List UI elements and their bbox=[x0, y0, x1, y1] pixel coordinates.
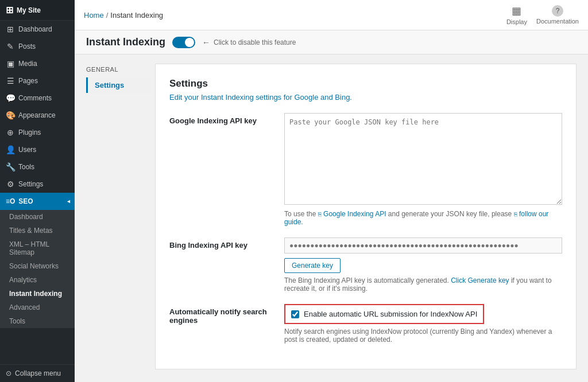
side-nav-settings-label: Settings bbox=[95, 81, 124, 89]
seo-menu-header[interactable]: ≡O SEO bbox=[0, 193, 75, 210]
auto-notify-field: Enable automatic URL submission for Inde… bbox=[284, 304, 562, 344]
seo-sub-analytics[interactable]: Analytics bbox=[0, 273, 75, 287]
documentation-button[interactable]: ? Documentation bbox=[536, 5, 579, 25]
tools-icon: 🔧 bbox=[6, 162, 15, 171]
ext-link-icon-2: ⎘ bbox=[514, 211, 517, 217]
sidebar-item-pages[interactable]: ☰ Pages bbox=[0, 72, 75, 89]
generate-key-button[interactable]: Generate key bbox=[284, 258, 341, 273]
collapse-icon: ⊙ bbox=[6, 369, 11, 377]
sidebar-item-label: Comments bbox=[18, 94, 52, 102]
seo-sub-advanced[interactable]: Advanced bbox=[0, 301, 75, 314]
sidebar-item-label: Tools bbox=[18, 163, 34, 171]
display-icon: ▦ bbox=[512, 5, 521, 17]
seo-sub-titles-metas[interactable]: Titles & Metas bbox=[0, 224, 75, 237]
sidebar-item-tools[interactable]: 🔧 Tools bbox=[0, 158, 75, 176]
arrow-left-icon: ← bbox=[202, 38, 210, 47]
sidebar-item-appearance[interactable]: 🎨 Appearance bbox=[0, 107, 75, 124]
breadcrumb: Home / Instant Indexing bbox=[84, 11, 163, 20]
indexnow-checkbox-container: Enable automatic URL submission for Inde… bbox=[284, 304, 484, 324]
generate-hint-link[interactable]: Click Generate key bbox=[451, 276, 509, 284]
settings-panel: Settings Edit your Instant Indexing sett… bbox=[155, 64, 577, 369]
sidebar-item-label: Media bbox=[18, 60, 37, 68]
disable-hint: ← Click to disable this feature bbox=[202, 38, 296, 47]
site-name: My Site bbox=[17, 6, 41, 14]
collapse-menu-button[interactable]: ⊙ Collapse menu bbox=[0, 364, 75, 382]
generate-hint: The Bing Indexing API key is automatical… bbox=[284, 276, 562, 293]
plugins-icon: ⊕ bbox=[6, 128, 15, 137]
google-api-hint: To use the ⎘ Google Indexing API and gen… bbox=[284, 210, 562, 226]
google-api-key-row: Google Indexing API key To use the ⎘ Goo… bbox=[169, 113, 562, 226]
page-header: Instant Indexing ← Click to disable this… bbox=[75, 30, 588, 54]
sidebar-item-posts[interactable]: ✎ Posts bbox=[0, 38, 75, 55]
sidebar-item-label: Appearance bbox=[18, 111, 56, 119]
seo-sub-xml-sitemap[interactable]: XML – HTML Sitemap bbox=[0, 237, 75, 259]
bing-api-key-input[interactable] bbox=[284, 237, 562, 254]
sidebar-item-label: Pages bbox=[18, 77, 38, 85]
settings-icon: ⚙ bbox=[6, 180, 15, 189]
toggle-slider bbox=[172, 37, 195, 48]
page-title: Instant Indexing bbox=[86, 36, 165, 48]
bing-api-key-row: Bing Indexing API key Generate key The B… bbox=[169, 237, 562, 293]
indexnow-hint: Notify search engines using IndexNow pro… bbox=[284, 328, 562, 344]
users-icon: 👤 bbox=[6, 145, 15, 154]
sidebar-item-media[interactable]: ▣ Media bbox=[0, 55, 75, 72]
bing-api-key-field: Generate key The Bing Indexing API key i… bbox=[284, 237, 562, 293]
seo-section: ≡O SEO Dashboard Titles & Metas XML – HT… bbox=[0, 193, 75, 328]
auto-notify-row: Automatically notify search engines Enab… bbox=[169, 304, 562, 344]
ext-link-icon-1: ⎘ bbox=[318, 211, 322, 217]
display-button[interactable]: ▦ Display bbox=[506, 5, 527, 25]
sidebar-item-users[interactable]: 👤 Users bbox=[0, 141, 75, 158]
indexnow-checkbox-label: Enable automatic URL submission for Inde… bbox=[304, 310, 477, 318]
display-label: Display bbox=[506, 18, 527, 25]
content-area: Instant Indexing ← Click to disable this… bbox=[75, 30, 588, 382]
media-icon: ▣ bbox=[6, 59, 15, 68]
main-content: Home / Instant Indexing ▦ Display ? Docu… bbox=[75, 0, 588, 382]
appearance-icon: 🎨 bbox=[6, 111, 15, 120]
seo-sub-instant-indexing[interactable]: Instant Indexing bbox=[0, 287, 75, 301]
seo-icon: ≡O bbox=[6, 197, 15, 205]
disable-hint-text: Click to disable this feature bbox=[214, 38, 296, 46]
side-nav: General Settings bbox=[86, 64, 155, 369]
google-api-link[interactable]: Google Indexing API bbox=[323, 210, 386, 218]
dashboard-icon: ⊞ bbox=[6, 25, 15, 34]
sidebar-logo: ⊞ My Site bbox=[0, 0, 75, 21]
side-nav-group-general: General bbox=[86, 64, 155, 75]
topbar: Home / Instant Indexing ▦ Display ? Docu… bbox=[75, 0, 588, 30]
pages-icon: ☰ bbox=[6, 76, 15, 85]
feature-toggle[interactable] bbox=[172, 37, 195, 48]
sidebar: ⊞ My Site ⊞ Dashboard ✎ Posts ▣ Media ☰ … bbox=[0, 0, 75, 382]
side-nav-settings[interactable]: Settings bbox=[86, 77, 155, 93]
auto-notify-label: Automatically notify search engines bbox=[169, 304, 273, 325]
google-api-key-field: To use the ⎘ Google Indexing API and gen… bbox=[284, 113, 562, 226]
seo-sub-tools[interactable]: Tools bbox=[0, 314, 75, 328]
sidebar-item-settings[interactable]: ⚙ Settings bbox=[0, 176, 75, 193]
sidebar-item-dashboard[interactable]: ⊞ Dashboard bbox=[0, 21, 75, 38]
sidebar-item-label: Settings bbox=[18, 180, 43, 188]
topbar-actions: ▦ Display ? Documentation bbox=[506, 5, 579, 25]
breadcrumb-separator: / bbox=[106, 11, 109, 20]
breadcrumb-home[interactable]: Home bbox=[84, 11, 104, 20]
bing-api-key-label: Bing Indexing API key bbox=[169, 237, 273, 250]
google-hint-before: To use the bbox=[284, 210, 316, 218]
google-api-key-input[interactable] bbox=[284, 113, 562, 205]
sidebar-item-comments[interactable]: 💬 Comments bbox=[0, 89, 75, 107]
settings-title: Settings bbox=[169, 78, 562, 89]
sidebar-item-label: Posts bbox=[18, 42, 36, 50]
documentation-label: Documentation bbox=[536, 18, 579, 25]
google-api-key-label: Google Indexing API key bbox=[169, 113, 273, 125]
comments-icon: 💬 bbox=[6, 93, 15, 103]
settings-subtitle-text: Edit your Instant Indexing settings for … bbox=[169, 93, 352, 102]
seo-label: SEO bbox=[18, 197, 33, 205]
site-logo-icon: ⊞ bbox=[6, 5, 13, 15]
generate-hint-before: The Bing Indexing API key is automatical… bbox=[284, 276, 449, 284]
breadcrumb-current: Instant Indexing bbox=[110, 11, 163, 20]
sidebar-item-plugins[interactable]: ⊕ Plugins bbox=[0, 124, 75, 141]
sidebar-item-label: Users bbox=[18, 146, 36, 154]
collapse-label: Collapse menu bbox=[15, 369, 61, 377]
sidebar-item-label: Plugins bbox=[18, 128, 41, 137]
indexnow-checkbox[interactable] bbox=[291, 310, 299, 318]
seo-sub-social-networks[interactable]: Social Networks bbox=[0, 259, 75, 273]
google-hint-middle: and generate your JSON key file, please bbox=[388, 210, 512, 218]
posts-icon: ✎ bbox=[6, 42, 15, 51]
seo-sub-dashboard[interactable]: Dashboard bbox=[0, 210, 75, 224]
